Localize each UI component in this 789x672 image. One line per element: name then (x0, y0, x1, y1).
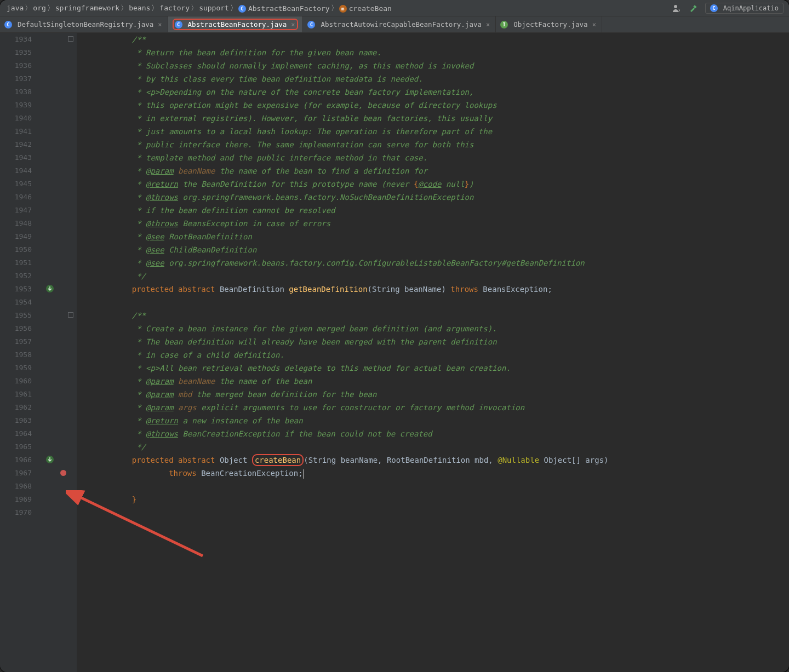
code-line[interactable]: */ (81, 440, 789, 453)
user-icon[interactable] (672, 4, 681, 13)
margin-row[interactable] (38, 375, 77, 388)
margin-row[interactable] (38, 72, 77, 85)
margin-row[interactable] (38, 177, 77, 191)
code-line[interactable]: * Create a bean instance for the given m… (81, 322, 789, 335)
code-line[interactable]: /** (81, 33, 789, 46)
code-line[interactable]: * @see ChildBeanDefinition (81, 243, 789, 256)
code-line[interactable]: * The bean definition will already have … (81, 335, 789, 348)
breadcrumb-item[interactable]: mcreateBean (338, 4, 393, 13)
editor-tab[interactable]: IObjectFactory.java× (496, 16, 602, 32)
margin-row[interactable] (38, 322, 77, 335)
code-line[interactable]: * <p>Depending on the nature of the conc… (81, 85, 789, 99)
code-line[interactable]: * @param args explicit arguments to use … (81, 401, 789, 414)
margin-row[interactable] (38, 427, 77, 440)
code-line[interactable]: * <p>All bean retrieval methods delegate… (81, 361, 789, 375)
override-icon[interactable] (46, 456, 54, 463)
code-line[interactable]: * Subclasses should normally implement c… (81, 59, 789, 72)
breadcrumb-item[interactable]: springframework (54, 4, 121, 12)
margin-row[interactable] (38, 269, 77, 283)
margin-row[interactable] (38, 59, 77, 72)
code-line[interactable]: * just amounts to a local hash lookup: T… (81, 125, 789, 138)
editor-tab[interactable]: CAbstractBeanFactory.java× (168, 16, 304, 32)
margin-row[interactable] (38, 138, 77, 151)
code-line[interactable]: * @throws BeansException in case of erro… (81, 217, 789, 230)
breadcrumb-item[interactable]: CAbstractBeanFactory (237, 4, 331, 13)
code-line[interactable]: * @see org.springframework.beans.factory… (81, 256, 789, 269)
code-line[interactable]: * @throws org.springframework.beans.fact… (81, 191, 789, 204)
breadcrumb-item[interactable]: support (198, 4, 230, 12)
margin-row[interactable] (38, 493, 77, 506)
code-line[interactable]: * @see RootBeanDefinition (81, 230, 789, 243)
fold-icon[interactable] (68, 36, 73, 42)
margin-row[interactable] (38, 388, 77, 401)
margin-row[interactable] (38, 283, 77, 296)
margin-row[interactable] (38, 453, 77, 467)
override-icon[interactable] (46, 285, 54, 292)
code-line[interactable]: * @return a new instance of the bean (81, 414, 789, 427)
margin-row[interactable] (38, 112, 77, 125)
code-line[interactable]: throws BeanCreationException; (81, 467, 789, 480)
margin-row[interactable] (38, 440, 77, 453)
margin-row[interactable] (38, 151, 77, 164)
code-line[interactable]: */ (81, 269, 789, 283)
code-line[interactable]: protected abstract BeanDefinition getBea… (81, 283, 789, 296)
code-line[interactable]: } (81, 493, 789, 506)
margin-row[interactable] (38, 33, 77, 46)
code-line[interactable] (81, 506, 789, 519)
code-area[interactable]: /** * Return the bean definition for the… (77, 33, 789, 672)
tab-close-icon[interactable]: × (157, 21, 163, 28)
tab-close-icon[interactable]: × (485, 21, 491, 28)
margin-row[interactable] (38, 125, 77, 138)
code-line[interactable]: * public interface there. The same imple… (81, 138, 789, 151)
margin-row[interactable] (38, 467, 77, 480)
run-config-selector[interactable]: C AqinApplicatio (705, 3, 784, 14)
margin-row[interactable] (38, 480, 77, 493)
code-line[interactable]: /** (81, 309, 789, 322)
margin-row[interactable] (38, 204, 77, 217)
breadcrumb-item[interactable]: org (32, 4, 47, 12)
code-line[interactable]: * @param mbd the merged bean definition … (81, 388, 789, 401)
margin-row[interactable] (38, 348, 77, 361)
breadcrumb-item[interactable]: beans (128, 4, 151, 12)
code-line[interactable]: * in external registries). However, for … (81, 112, 789, 125)
margin-row[interactable] (38, 164, 77, 177)
code-editor[interactable]: 1934193519361937193819391940194119421943… (0, 33, 789, 672)
margin-row[interactable] (38, 46, 77, 59)
code-line[interactable]: * template method and the public interfa… (81, 151, 789, 164)
margin-row[interactable] (38, 361, 77, 375)
code-line[interactable] (81, 480, 789, 493)
code-line[interactable]: * by this class every time bean definiti… (81, 72, 789, 85)
code-line[interactable]: * @param beanName the name of the bean (81, 375, 789, 388)
editor-tab[interactable]: CAbstractAutowireCapableBeanFactory.java… (303, 16, 496, 32)
margin-row[interactable] (38, 99, 77, 112)
margin-row[interactable] (38, 401, 77, 414)
margin-row[interactable] (38, 335, 77, 348)
code-line[interactable]: * this operation might be expensive (for… (81, 99, 789, 112)
code-line[interactable]: * in case of a child definition. (81, 348, 789, 361)
margin-row[interactable] (38, 85, 77, 99)
margin-row[interactable] (38, 296, 77, 309)
code-line[interactable]: protected abstract Object createBean(Str… (81, 453, 789, 467)
margin-row[interactable] (38, 256, 77, 269)
margin-row[interactable] (38, 309, 77, 322)
code-line[interactable]: * @param beanName the name of the bean t… (81, 164, 789, 177)
margin-row[interactable] (38, 243, 77, 256)
code-line[interactable]: * @return the BeanDefinition for this pr… (81, 177, 789, 191)
editor-tab[interactable]: CDefaultSingletonBeanRegistry.java× (0, 16, 168, 32)
margin-row[interactable] (38, 191, 77, 204)
code-line[interactable]: * Return the bean definition for the giv… (81, 46, 789, 59)
margin-row[interactable] (38, 230, 77, 243)
breadcrumb-item[interactable]: java (5, 4, 25, 12)
breadcrumb-item[interactable]: factory (158, 4, 191, 12)
tab-close-icon[interactable]: × (290, 21, 296, 28)
fold-icon[interactable] (68, 312, 73, 318)
code-line[interactable]: * if the bean definition cannot be resol… (81, 204, 789, 217)
margin-row[interactable] (38, 414, 77, 427)
margin-row[interactable] (38, 506, 77, 519)
tab-close-icon[interactable]: × (591, 21, 597, 28)
build-icon[interactable] (689, 4, 697, 13)
code-line[interactable]: * @throws BeanCreationException if the b… (81, 427, 789, 440)
breakpoint-icon[interactable] (60, 470, 66, 476)
margin-row[interactable] (38, 217, 77, 230)
code-line[interactable] (81, 296, 789, 309)
